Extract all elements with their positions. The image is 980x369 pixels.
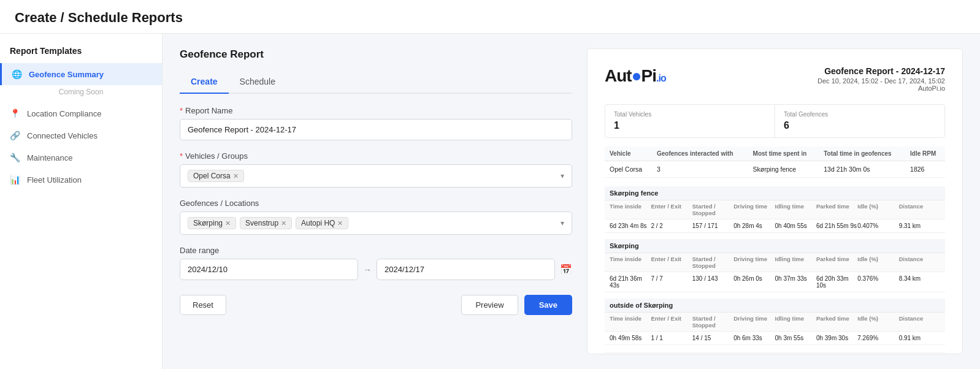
vehicles-group: * Vehicles / Groups Opel Corsa ✕ ▾ xyxy=(180,151,572,188)
app-container: Create / Schedule Reports Report Templat… xyxy=(0,0,980,369)
geofences-label: Geofences / Locations xyxy=(180,199,572,208)
col-most-time: Most time spent in xyxy=(748,146,819,161)
tag-autopi-hq: Autopi HQ ✕ xyxy=(296,217,348,229)
report-date-range: Dec 10, 2024, 15:02 - Dec 17, 2024, 15:0… xyxy=(817,77,945,85)
sidebar-item-maintenance[interactable]: 🔧 Maintenance xyxy=(0,146,162,169)
logo-dot: ● xyxy=(632,66,641,85)
preview-panel: Aut●Pi.io Geofence Report - 2024-12-17 D… xyxy=(587,48,963,354)
report-subtitle: AutoPi.io xyxy=(817,85,945,92)
date-to-input[interactable] xyxy=(377,259,555,280)
sidebar-item-label: Connected Vehicles xyxy=(27,131,98,140)
report-table: Vehicle Geofences interacted with Most t… xyxy=(605,146,945,178)
calendar-icon[interactable]: 📅 xyxy=(560,264,572,275)
report-meta-title: Geofence Report - 2024-12-17 xyxy=(817,66,945,76)
form-section-title: Geofence Report xyxy=(180,48,572,61)
date-from-input[interactable] xyxy=(180,259,358,280)
sidebar-item-fleet-utilization[interactable]: 📊 Fleet Utilization xyxy=(0,169,162,191)
form-panel: Geofence Report Create Schedule * Report… xyxy=(180,48,572,354)
section-outside-skørping: outside of Skørping Time inside Enter / … xyxy=(605,299,945,345)
chevron-down-icon: ▾ xyxy=(561,172,564,180)
preview-button[interactable]: Preview xyxy=(461,295,518,315)
geofence-data-skørping-fence: 6d 23h 4m 8s 2 / 2 157 / 171 0h 28m 4s 0… xyxy=(605,219,945,233)
tab-create[interactable]: Create xyxy=(180,72,229,94)
report-footer: Report generated on the fly: ian@autopi.… xyxy=(605,352,945,354)
sidebar-item-label: Location Compliance xyxy=(27,109,101,118)
sidebar: Report Templates 🌐 Geofence Summary Comi… xyxy=(0,34,163,369)
col-vehicle: Vehicle xyxy=(605,146,652,161)
reset-button[interactable]: Reset xyxy=(180,295,226,315)
sidebar-item-label: Geofence Summary xyxy=(29,70,104,79)
geofence-data-outside-skørping: 0h 49m 58s 1 / 1 14 / 15 0h 6m 33s 0h 3m… xyxy=(605,332,945,345)
required-star-vehicles: * xyxy=(180,151,183,161)
cell-vehicle: Opel Corsa xyxy=(605,161,652,178)
report-header: Aut●Pi.io Geofence Report - 2024-12-17 D… xyxy=(605,66,945,92)
chevron-down-geofences-icon: ▾ xyxy=(561,219,564,227)
tag-remove-skørping[interactable]: ✕ xyxy=(225,219,231,227)
form-actions: Reset Preview Save xyxy=(180,295,572,315)
btn-group: Preview Save xyxy=(461,295,572,315)
vehicles-tags: Opel Corsa ✕ xyxy=(188,170,561,182)
save-button[interactable]: Save xyxy=(524,295,572,315)
section-skørping-fence: Skørping fence Time inside Enter / Exit … xyxy=(605,186,945,233)
vehicles-select[interactable]: Opel Corsa ✕ ▾ xyxy=(180,164,572,188)
globe-icon: 🌐 xyxy=(12,69,23,79)
sidebar-item-geofence-summary[interactable]: 🌐 Geofence Summary xyxy=(0,63,162,85)
tag-remove-autopi-hq[interactable]: ✕ xyxy=(337,219,343,227)
summary-total-geofences: Total Geofences 6 xyxy=(775,105,944,137)
pin-icon: 📍 xyxy=(10,108,21,118)
sidebar-item-connected-vehicles[interactable]: 🔗 Connected Vehicles xyxy=(0,124,162,146)
arrow-icon: → xyxy=(363,265,372,275)
date-range-label: Date range xyxy=(180,246,572,255)
wrench-icon: 🔧 xyxy=(10,153,21,162)
sidebar-item-location-compliance[interactable]: 📍 Location Compliance xyxy=(0,102,162,124)
cell-total-time: 13d 21h 30m 0s xyxy=(819,161,905,178)
vehicles-label: * Vehicles / Groups xyxy=(180,151,572,161)
tag-skørping: Skørping ✕ xyxy=(188,217,236,229)
date-range-group: Date range → 📅 xyxy=(180,246,572,280)
report-name-group: * Report Name xyxy=(180,106,572,140)
col-total-time: Total time in geofences xyxy=(819,146,905,161)
required-star: * xyxy=(180,106,183,115)
tag-remove-opel-corsa[interactable]: ✕ xyxy=(233,172,239,180)
geofence-cols-outside-skørping: Time inside Enter / Exit Started / Stopp… xyxy=(605,313,945,332)
section-skørping: Skørping Time inside Enter / Exit Starte… xyxy=(605,239,945,292)
report-meta: Geofence Report - 2024-12-17 Dec 10, 202… xyxy=(817,66,945,92)
main-layout: Report Templates 🌐 Geofence Summary Comi… xyxy=(0,34,980,369)
link-icon: 🔗 xyxy=(10,131,21,140)
date-range-container: → 📅 xyxy=(180,259,572,280)
content-area: Geofence Report Create Schedule * Report… xyxy=(163,34,980,369)
geofence-data-skørping: 6d 21h 36m 43s 7 / 7 130 / 143 0h 26m 0s… xyxy=(605,272,945,292)
sidebar-item-label: Maintenance xyxy=(27,153,72,162)
cell-idle-rpm: 1826 xyxy=(905,161,945,178)
report-preview: Aut●Pi.io Geofence Report - 2024-12-17 D… xyxy=(588,49,962,354)
sidebar-coming-soon: Coming Soon xyxy=(0,85,162,102)
geofence-title-skørping-fence: Skørping fence xyxy=(605,186,945,200)
chart-icon: 📊 xyxy=(10,175,21,184)
geofence-title-skørping: Skørping xyxy=(605,239,945,253)
page-title: Create / Schedule Reports xyxy=(15,10,965,26)
report-name-label: * Report Name xyxy=(180,106,572,115)
tag-remove-svenstrup[interactable]: ✕ xyxy=(281,219,286,227)
geofences-group: Geofences / Locations Skørping ✕ Svenstr… xyxy=(180,199,572,235)
geofences-select[interactable]: Skørping ✕ Svenstrup ✕ Autopi HQ ✕ xyxy=(180,211,572,235)
geofence-title-outside-skørping: outside of Skørping xyxy=(605,299,945,313)
col-geofences: Geofences interacted with xyxy=(652,146,748,161)
geofences-tags: Skørping ✕ Svenstrup ✕ Autopi HQ ✕ xyxy=(188,217,561,229)
summary-total-vehicles: Total Vehicles 1 xyxy=(605,105,775,137)
sidebar-section-title: Report Templates xyxy=(0,41,162,63)
report-summary: Total Vehicles 1 Total Geofences 6 xyxy=(605,104,945,138)
cell-geofences: 3 xyxy=(652,161,748,178)
sidebar-item-label: Fleet Utilization xyxy=(27,175,82,184)
report-name-input[interactable] xyxy=(180,119,572,140)
tab-schedule[interactable]: Schedule xyxy=(229,72,286,94)
tag-svenstrup: Svenstrup ✕ xyxy=(240,217,292,229)
table-row: Opel Corsa 3 Skørping fence 13d 21h 30m … xyxy=(605,161,945,178)
tag-opel-corsa: Opel Corsa ✕ xyxy=(188,170,244,182)
col-idle-rpm: Idle RPM xyxy=(905,146,945,161)
cell-most-time: Skørping fence xyxy=(748,161,819,178)
tabs: Create Schedule xyxy=(180,72,572,94)
page-header: Create / Schedule Reports xyxy=(0,0,980,34)
geofence-cols-skørping: Time inside Enter / Exit Started / Stopp… xyxy=(605,253,945,272)
geofence-cols-skørping-fence: Time inside Enter / Exit Started / Stopp… xyxy=(605,200,945,219)
report-logo: Aut●Pi.io xyxy=(605,66,666,86)
